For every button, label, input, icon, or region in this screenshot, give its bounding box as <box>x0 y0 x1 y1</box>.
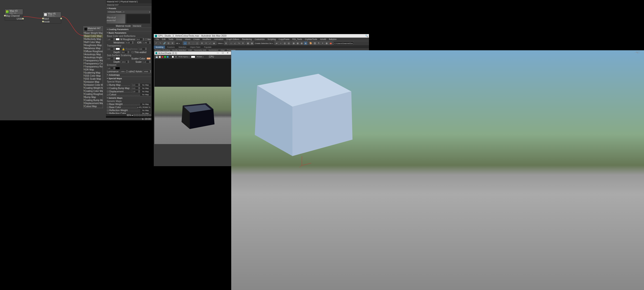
max-titlebar[interactable]: GPU_Studio_3_VertexColourTests.max - Aut… <box>154 34 369 38</box>
save-icon[interactable]: 💾 <box>155 55 158 58</box>
mat-slot[interactable]: Emission Map <box>84 80 103 83</box>
perspective-viewport[interactable]: ...ng ] <box>231 50 644 290</box>
named-sel-icon[interactable]: ▦ <box>246 41 250 45</box>
roughness-spinner[interactable]: ▴▾ <box>136 38 144 41</box>
ribbon-tab[interactable]: Selection <box>176 46 188 49</box>
menu-item[interactable]: Rendering <box>241 38 253 40</box>
minimize-button[interactable]: — <box>216 52 220 54</box>
menu-item[interactable]: Arnold <box>319 38 327 40</box>
mat-slot[interactable]: Base Color Map <box>84 34 103 38</box>
mat-slot[interactable]: Coating Roughness Map <box>84 93 103 96</box>
render-frame-icon[interactable]: 🖼 <box>313 41 316 45</box>
mat-slot[interactable]: Refl Color Map <box>84 41 103 44</box>
metalness-spinner[interactable]: ▴▾ <box>126 41 134 44</box>
mat-slot[interactable]: Displacement Map <box>84 102 103 105</box>
unlink-icon[interactable]: ⛓ <box>166 41 170 45</box>
ribbon-tab[interactable]: Populate <box>202 46 213 49</box>
zoom-icon[interactable] <box>136 114 138 116</box>
sss-weight-spinner[interactable]: ▴▾ <box>107 57 115 60</box>
ribbon-tab[interactable]: Object Paint <box>188 46 202 49</box>
mirror-icon[interactable]: ⇄ <box>275 41 278 45</box>
copy-icon[interactable]: 📋 <box>158 55 161 58</box>
node-map5[interactable]: Map #5RGBA To... input mode <box>43 12 61 23</box>
mat-slot[interactable]: Base Weight Map <box>84 31 103 34</box>
main-toolbar[interactable]: ↶ ↷ 🔗 ⛓ ⌘ All ▭ ☰ ⬚ ◫ ✥ ⟲ ⤢ ◉ View ⊞ ◇ ∠… <box>154 41 369 46</box>
menu-item[interactable]: File <box>154 38 160 40</box>
trans-rough-spinner[interactable]: ▴▾ <box>139 47 147 50</box>
menu-item[interactable]: Tools <box>167 38 174 40</box>
activeshade-toolbar[interactable]: 💾 📋 ✕ RGB Alpha RGBA CPU <box>154 55 231 59</box>
roughness-inv-checkbox[interactable] <box>145 38 147 40</box>
section-coating[interactable]: Coating Parameters <box>106 27 152 31</box>
mat-slot[interactable]: Emission Color Map <box>84 83 103 87</box>
angle-snap-icon[interactable]: ∠ <box>233 41 237 45</box>
placement-icon[interactable]: ◉ <box>212 41 216 45</box>
mat-slot[interactable]: Coating Weight Map <box>84 87 103 90</box>
maximize-button[interactable]: ☐ <box>220 52 225 54</box>
ribbon-tabs[interactable]: ModelingFreeformSelectionObject PaintPop… <box>154 46 369 49</box>
window-crossing-icon[interactable]: ◫ <box>195 41 199 45</box>
bind-icon[interactable]: ⌘ <box>170 41 174 45</box>
select-icon[interactable]: ▭ <box>183 41 187 45</box>
sss-color-swatch[interactable] <box>116 57 120 60</box>
path-input[interactable] <box>334 42 354 45</box>
ribbon-tab[interactable]: Modeling <box>154 46 165 49</box>
green-channel-icon[interactable] <box>164 56 166 58</box>
close-button[interactable]: ✕ <box>225 52 230 54</box>
disp-checkbox[interactable] <box>107 91 109 92</box>
bump-checkbox[interactable] <box>107 84 109 86</box>
link-icon[interactable]: 🔗 <box>162 41 166 45</box>
mat-slot[interactable]: Roughness Map <box>84 44 103 47</box>
mat-slot[interactable]: Metalness Map <box>84 47 103 50</box>
material-editor-icon[interactable]: ◉ <box>304 41 308 45</box>
clear-icon[interactable]: ✕ <box>175 55 177 58</box>
section-basic[interactable]: Basic Parameters <box>106 31 152 34</box>
selection-filter-dropdown[interactable]: All <box>176 42 182 45</box>
ribbon-tab[interactable]: Freeform <box>165 46 176 49</box>
bg-color-swatch[interactable] <box>191 56 195 58</box>
luminance-spinner[interactable]: ▴▾ <box>120 70 128 73</box>
rotate-icon[interactable]: ⟲ <box>204 41 208 45</box>
section-generic-maps[interactable]: Generic Maps <box>106 96 152 100</box>
disp-map-button[interactable]: No Map <box>140 90 151 93</box>
node-map3[interactable]: Map #3OSL: UV... Map Channel UVW <box>5 9 23 21</box>
menu-item[interactable]: Views <box>184 38 192 40</box>
ior-spinner[interactable]: ▴▾ <box>143 41 151 44</box>
mat-slot[interactable]: SSS Scale Map <box>84 77 103 80</box>
sss-depth-spinner[interactable]: ▴▾ <box>121 60 129 63</box>
red-channel-icon[interactable] <box>161 56 164 58</box>
base-weight-spinner[interactable]: ▴▾ <box>107 38 115 41</box>
rect-select-icon[interactable]: ⬚ <box>191 41 195 45</box>
redo-icon[interactable]: ↷ <box>158 41 162 45</box>
material-mode-dropdown[interactable]: Standard <box>132 24 142 27</box>
sss-scale-spinner[interactable]: ▴▾ <box>143 60 151 63</box>
mat-slot[interactable]: Bump Map <box>84 96 103 99</box>
mat-slot[interactable]: IOR Map <box>84 68 103 71</box>
mat-slot[interactable]: Cutout Map <box>84 105 103 108</box>
emission-color-swatch[interactable] <box>116 67 120 69</box>
trans-color-swatch[interactable] <box>116 48 120 50</box>
refcoord-dropdown[interactable]: View <box>217 42 224 45</box>
render-setup-icon[interactable]: 🎨 <box>309 41 312 45</box>
section-anisotropy[interactable]: Anisotropy <box>106 73 152 77</box>
mono-channel-icon[interactable] <box>172 56 174 58</box>
align-icon[interactable]: ≡ <box>279 41 282 45</box>
mat-slot[interactable]: Scattering Map <box>84 71 103 74</box>
scale-icon[interactable]: ⤢ <box>208 41 212 45</box>
alpha-channel-icon[interactable] <box>169 56 172 58</box>
scatter-color-swatch[interactable] <box>146 57 151 60</box>
move-icon[interactable]: ✥ <box>200 41 204 45</box>
mat-slot[interactable]: Reflectivity Map <box>84 38 103 41</box>
rgba-dropdown[interactable]: RGBA <box>196 55 208 58</box>
render-view[interactable] <box>154 59 231 144</box>
mat-slot[interactable]: Anisotropy Map <box>84 53 103 56</box>
menu-item[interactable]: Copy/Paste <box>278 38 291 40</box>
base-color-swatch[interactable] <box>116 38 120 40</box>
preset-dropdown[interactable]: <Choose Preset....> <box>107 10 151 13</box>
node-editor[interactable]: Map #3OSL: UV... Map Channel UVW Map #5R… <box>0 0 106 118</box>
menu-item[interactable]: RSI_Tools <box>291 38 303 40</box>
coatbump-checkbox[interactable] <box>107 87 109 89</box>
undo-icon[interactable]: ↶ <box>154 41 158 45</box>
pivot-icon[interactable]: ⊞ <box>224 41 228 45</box>
render-icon[interactable]: 🫖 <box>329 41 332 45</box>
